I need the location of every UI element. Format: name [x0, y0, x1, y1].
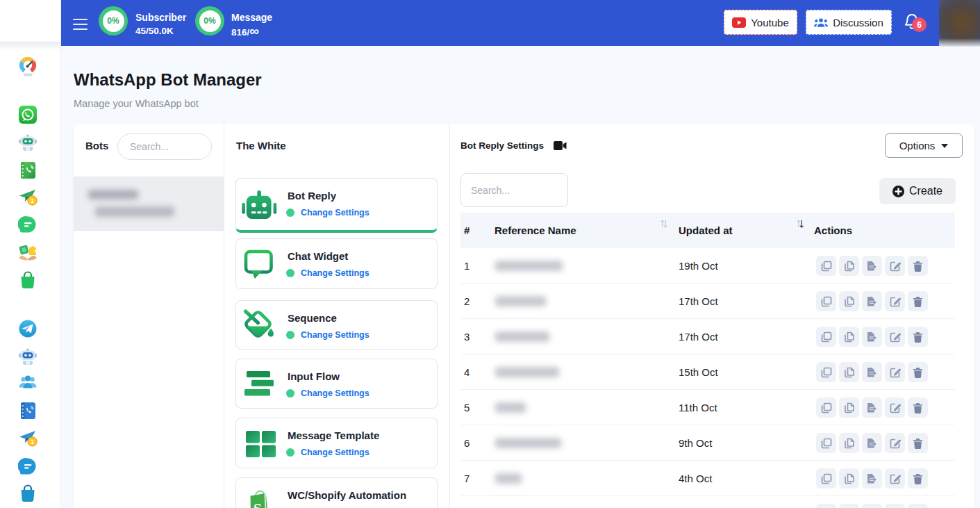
svg-text:S: S — [253, 500, 263, 508]
svg-text:1: 1 — [31, 439, 34, 445]
svg-text:1: 1 — [31, 197, 34, 204]
